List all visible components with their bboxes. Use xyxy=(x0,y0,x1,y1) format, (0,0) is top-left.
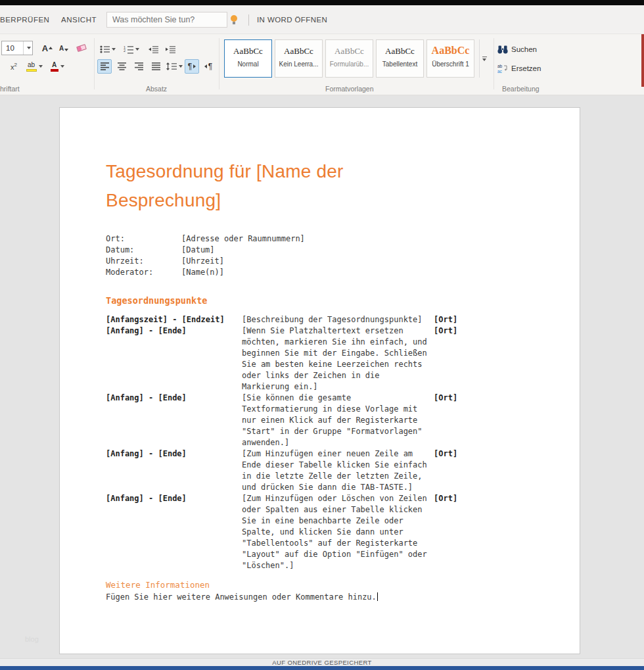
agenda-time-cell[interactable]: [Anfang] - [Ende] xyxy=(106,493,242,571)
svg-text:ac: ac xyxy=(497,69,503,74)
chevron-down-icon xyxy=(112,48,116,51)
find-button[interactable]: Suchen xyxy=(497,43,537,56)
agenda-location-cell[interactable]: [Ort] xyxy=(434,493,553,571)
justify-button[interactable] xyxy=(149,59,163,74)
arrow-up-icon xyxy=(49,47,53,49)
replace-label: Ersetzen xyxy=(511,64,541,72)
align-right-icon xyxy=(135,62,143,70)
group-separator xyxy=(494,38,494,89)
pilcrow-icon: ¶ xyxy=(188,62,192,71)
shrink-font-icon: A xyxy=(59,45,64,52)
font-color-icon: A xyxy=(51,62,58,72)
agenda-table[interactable]: [Anfangszeit] - [Endzeit] [Beschreibung … xyxy=(106,314,553,571)
font-size-select[interactable]: 10 xyxy=(1,41,33,55)
superscript-button[interactable]: x2 xyxy=(7,59,21,74)
group-label-font: hriftart xyxy=(0,85,20,93)
arrow-right-icon xyxy=(193,64,196,68)
chevron-down-icon xyxy=(482,59,486,61)
group-label-paragraph: Absatz xyxy=(146,85,167,93)
style-card-formularueberschrift[interactable]: AaBbCc Formularüb... xyxy=(325,39,373,78)
ltr-paragraph-button[interactable]: ¶ xyxy=(185,59,199,74)
more-info-text[interactable]: Fügen Sie hier weitere Anweisungen oder … xyxy=(106,592,553,602)
replace-button[interactable]: abac Ersetzen xyxy=(497,62,541,75)
open-in-word-button[interactable]: IN WORD ÖFFNEN xyxy=(257,5,327,34)
bottom-accent-bar xyxy=(0,666,644,670)
binoculars-icon xyxy=(497,45,508,54)
bullets-icon xyxy=(100,45,110,53)
text-cursor xyxy=(377,592,378,601)
more-info-heading: Weitere Informationen xyxy=(106,580,553,590)
agenda-location-cell[interactable]: [Ort] xyxy=(434,448,553,493)
chevron-down-icon xyxy=(39,65,43,68)
clear-formatting-button[interactable] xyxy=(74,41,89,55)
agenda-desc-cell[interactable]: [Sie können die gesamte Textformatierung… xyxy=(242,393,434,448)
agenda-desc-cell[interactable]: [Zum Hinzufügen einer neuen Zeile am End… xyxy=(242,448,434,493)
ribbon-tab-row: BERPRÜFEN ANSICHT IN WORD ÖFFNEN xyxy=(0,5,644,34)
style-name: Tabellentext xyxy=(377,60,423,68)
find-label: Suchen xyxy=(511,45,537,53)
style-preview: AaBbCc xyxy=(225,46,271,57)
page[interactable]: Tagesordnung für [Name der Besprechung] … xyxy=(59,107,580,654)
tab-ansicht[interactable]: ANSICHT xyxy=(61,5,97,34)
status-bar: AUF ONEDRIVE GESPEICHERT xyxy=(0,658,644,666)
shrink-font-button[interactable]: A xyxy=(57,41,71,55)
agenda-time-cell[interactable]: [Anfang] - [Ende] xyxy=(106,448,242,493)
lightbulb-icon xyxy=(231,15,237,22)
agenda-desc-cell[interactable]: [Zum Hinzufügen oder Löschen von Zeilen … xyxy=(242,493,434,571)
align-center-button[interactable] xyxy=(114,59,129,74)
agenda-time-cell[interactable]: [Anfang] - [Ende] xyxy=(106,325,242,393)
svg-text:ab: ab xyxy=(497,64,503,68)
arrow-down-icon xyxy=(64,49,68,51)
agenda-time-cell[interactable]: [Anfangszeit] - [Endzeit] xyxy=(106,314,242,325)
agenda-location-cell[interactable]: [Ort] xyxy=(434,325,553,393)
style-card-kein-leerraum[interactable]: AaBbCc Kein Leerra... xyxy=(275,39,323,78)
agenda-location-cell[interactable]: [Ort] xyxy=(434,314,553,325)
meta-label-moderator: Moderator: xyxy=(106,267,181,278)
document-canvas[interactable]: Tagesordnung für [Name der Besprechung] … xyxy=(0,95,644,658)
bullets-button[interactable] xyxy=(99,42,117,57)
font-color-button[interactable]: A xyxy=(47,59,67,74)
meta-value-datum[interactable]: [Datum] xyxy=(181,245,553,256)
rtl-paragraph-button[interactable]: ¶ xyxy=(201,59,216,74)
watermark: blog xyxy=(25,635,39,643)
highlight-color-button[interactable]: ab xyxy=(24,59,45,74)
tell-me-input[interactable] xyxy=(106,12,227,28)
style-card-normal[interactable]: AaBbCc Normal xyxy=(224,39,272,78)
style-card-tabellentext[interactable]: AaBbCc Tabellentext xyxy=(376,39,424,78)
numbering-icon: 12 xyxy=(124,45,133,54)
meta-label-uhrzeit: Uhrzeit: xyxy=(106,256,181,267)
style-card-ueberschrift-1[interactable]: AaBbCc Überschrift 1 xyxy=(426,39,474,78)
indent-icon xyxy=(166,45,175,53)
agenda-time-cell[interactable]: [Anfang] - [Ende] xyxy=(106,393,242,448)
style-preview: AaBbCc xyxy=(326,46,373,57)
arrow-left-icon xyxy=(204,64,207,68)
meta-value-ort[interactable]: [Adresse oder Raumnummern] xyxy=(181,233,553,245)
document-title[interactable]: Tagesordnung für [Name der Besprechung] xyxy=(106,157,408,215)
ribbon: 10 A A x2 ab A hriftart 12 xyxy=(0,34,644,95)
meta-block[interactable]: Ort: [Adresse oder Raumnummern] Datum: [… xyxy=(106,233,553,278)
meta-value-uhrzeit[interactable]: [Uhrzeit] xyxy=(181,256,553,267)
group-label-styles: Formatvorlagen xyxy=(325,85,374,93)
decrease-indent-button[interactable] xyxy=(146,42,160,57)
line-spacing-button[interactable] xyxy=(164,59,184,74)
edge-accent-strip xyxy=(641,34,644,87)
styles-more-button[interactable] xyxy=(479,39,489,78)
grow-font-button[interactable]: A xyxy=(39,41,55,55)
grow-font-icon: A xyxy=(42,43,48,53)
style-name: Überschrift 1 xyxy=(427,60,474,68)
increase-indent-button[interactable] xyxy=(163,42,177,57)
agenda-location-cell[interactable]: [Ort] xyxy=(434,393,553,448)
chevron-down-icon xyxy=(27,47,31,49)
align-right-button[interactable] xyxy=(131,59,146,74)
tab-ueberpruefen[interactable]: BERPRÜFEN xyxy=(0,5,49,34)
numbering-button[interactable]: 12 xyxy=(122,42,141,57)
font-size-dropdown[interactable] xyxy=(23,41,32,55)
agenda-desc-cell[interactable]: [Wenn Sie Platzhaltertext ersetzen möcht… xyxy=(242,325,434,393)
agenda-desc-cell[interactable]: [Beschreibung der Tagesordnungspunkte] xyxy=(242,314,434,325)
style-preview: AaBbCc xyxy=(377,46,423,57)
style-name: Normal xyxy=(225,60,271,68)
more-bar-icon xyxy=(482,57,487,57)
meta-value-moderator[interactable]: [Name(n)] xyxy=(181,267,553,278)
svg-text:2: 2 xyxy=(124,48,126,52)
align-left-button[interactable] xyxy=(97,59,112,74)
